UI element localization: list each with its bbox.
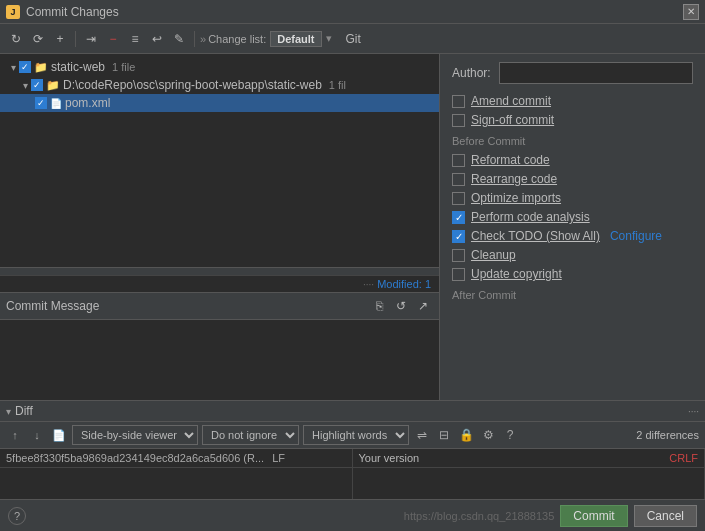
label-cleanup: Cleanup [471, 248, 516, 262]
diff-viewer-select[interactable]: Side-by-side viewer [72, 425, 198, 445]
label-amend-commit: Amend commit [471, 94, 551, 108]
commit-msg-btn-1[interactable]: ⎘ [369, 296, 389, 316]
configure-link[interactable]: Configure [610, 229, 662, 243]
commit-message-label: Commit Message [6, 299, 99, 313]
option-reformat-code[interactable]: Reformat code [452, 153, 693, 167]
commit-msg-btn-3[interactable]: ↗ [413, 296, 433, 316]
diff-highlight-select[interactable]: Highlight words [303, 425, 409, 445]
diff-lf-label: LF [272, 452, 285, 464]
commit-message-header: Commit Message ⎘ ↺ ↗ [0, 292, 439, 320]
author-input[interactable] [499, 62, 693, 84]
toolbar-btn-add[interactable]: + [50, 29, 70, 49]
diff-file-btn[interactable]: 📄 [50, 426, 68, 444]
commit-message-actions: ⎘ ↺ ↗ [369, 296, 433, 316]
commit-button[interactable]: Commit [560, 505, 627, 527]
bottom-left: ? [8, 507, 26, 525]
changelist-value[interactable]: Default [270, 31, 321, 47]
close-button[interactable]: ✕ [683, 4, 699, 20]
toolbar: ↻ ⟳ + ⇥ − ≡ ↩ ✎ » Change list: Default ▾… [0, 24, 705, 54]
main-container: ↻ ⟳ + ⇥ − ≡ ↩ ✎ » Change list: Default ▾… [0, 24, 705, 531]
file-tree: ▾ ✓ 📁 static-web 1 file ▾ ✓ 📁 D:\codeRep… [0, 54, 439, 267]
toolbar-btn-remove[interactable]: − [103, 29, 123, 49]
commit-message-textarea[interactable] [0, 320, 439, 400]
tree-item-static-web[interactable]: ▾ ✓ 📁 static-web 1 file [0, 58, 439, 76]
checkbox-optimize-imports[interactable] [452, 192, 465, 205]
checkbox-reformat-code[interactable] [452, 154, 465, 167]
checkbox-update-copyright[interactable] [452, 268, 465, 281]
file-icon-pom: 📄 [50, 98, 62, 109]
expand-arrow-2: ▾ [23, 80, 28, 91]
toolbar-btn-2[interactable]: ⟳ [28, 29, 48, 49]
toolbar-btn-edit[interactable]: ✎ [169, 29, 189, 49]
bottom-bar: ? https://blog.csdn.qq_21888135 Commit C… [0, 499, 705, 531]
diff-file-hash: 5fbee8f330f5ba9869ad234149ec8d2a6ca5d606… [6, 452, 264, 464]
toolbar-btn-diff[interactable]: ≡ [125, 29, 145, 49]
diff-prev-btn[interactable]: ↑ [6, 426, 24, 444]
option-rearrange-code[interactable]: Rearrange code [452, 172, 693, 186]
changelist-dropdown-arrow[interactable]: ▾ [326, 32, 332, 45]
commit-msg-btn-2[interactable]: ↺ [391, 296, 411, 316]
diff-help-btn[interactable]: ? [501, 426, 519, 444]
toolbar-btn-move[interactable]: ⇥ [81, 29, 101, 49]
tree-item-pom[interactable]: ✓ 📄 pom.xml [0, 94, 439, 112]
modified-count: Modified: 1 [377, 278, 431, 290]
label-reformat-code: Reformat code [471, 153, 550, 167]
diff-right-file-info: Your version CRLF [353, 449, 705, 468]
folder-icon-2: 📁 [46, 79, 60, 92]
checkbox-rearrange-code[interactable] [452, 173, 465, 186]
option-perform-code-analysis[interactable]: ✓ Perform code analysis [452, 210, 693, 224]
right-panel: Author: Amend commit Sign-off commit Bef… [440, 54, 705, 400]
help-button[interactable]: ? [8, 507, 26, 525]
changelist-selector: Change list: Default ▾ [208, 31, 331, 47]
label-optimize-imports: Optimize imports [471, 191, 561, 205]
toolbar-more: » [200, 33, 206, 45]
checkbox-check-todo[interactable]: ✓ [452, 230, 465, 243]
checkbox-pom[interactable]: ✓ [35, 97, 47, 109]
window-title: Commit Changes [26, 5, 119, 19]
label-rearrange-code: Rearrange code [471, 172, 557, 186]
checkbox-amend-commit[interactable] [452, 95, 465, 108]
diff-crlf-label: CRLF [669, 452, 698, 464]
diff-sync-btn[interactable]: ⇌ [413, 426, 431, 444]
diff-count: 2 differences [636, 429, 699, 441]
diff-title-text: Diff [15, 404, 33, 418]
option-amend-commit[interactable]: Amend commit [452, 94, 693, 108]
tree-label-path: D:\codeRepo\osc\spring-boot-webapp\stati… [63, 78, 322, 92]
tree-label-static-web: static-web [51, 60, 105, 74]
toolbar-btn-1[interactable]: ↻ [6, 29, 26, 49]
cancel-button[interactable]: Cancel [634, 505, 697, 527]
diff-version-label: Your version [359, 452, 420, 464]
checkbox-path[interactable]: ✓ [31, 79, 43, 91]
checkbox-perform-code-analysis[interactable]: ✓ [452, 211, 465, 224]
git-tab[interactable]: Git [342, 30, 365, 48]
diff-settings-btn[interactable]: ⚙ [479, 426, 497, 444]
option-update-copyright[interactable]: Update copyright [452, 267, 693, 281]
expand-arrow-1: ▾ [11, 62, 16, 73]
separator-1 [75, 31, 76, 47]
checkbox-sign-off-commit[interactable] [452, 114, 465, 127]
diff-header: ▾ Diff ···· [0, 401, 705, 422]
app-icon: J [6, 5, 20, 19]
tree-label-pom: pom.xml [65, 96, 110, 110]
label-perform-code-analysis: Perform code analysis [471, 210, 590, 224]
diff-next-btn[interactable]: ↓ [28, 426, 46, 444]
toolbar-btn-undo[interactable]: ↩ [147, 29, 167, 49]
option-cleanup[interactable]: Cleanup [452, 248, 693, 262]
option-optimize-imports[interactable]: Optimize imports [452, 191, 693, 205]
diff-expand-arrow[interactable]: ▾ [6, 406, 11, 417]
diff-lock-btn[interactable]: 🔒 [457, 426, 475, 444]
tree-item-path[interactable]: ▾ ✓ 📁 D:\codeRepo\osc\spring-boot-webapp… [0, 76, 439, 94]
before-commit-section: Before Commit [452, 135, 693, 147]
checkbox-cleanup[interactable] [452, 249, 465, 262]
option-sign-off-commit[interactable]: Sign-off commit [452, 113, 693, 127]
option-check-todo[interactable]: ✓ Check TODO (Show All) Configure [452, 229, 693, 243]
diff-expand-dots: ···· [688, 406, 699, 417]
author-label: Author: [452, 66, 491, 80]
horizontal-scrollbar[interactable] [0, 267, 439, 275]
diff-ignore-select[interactable]: Do not ignore [202, 425, 299, 445]
diff-panel-btn[interactable]: ⊟ [435, 426, 453, 444]
diff-left-file-info: 5fbee8f330f5ba9869ad234149ec8d2a6ca5d606… [0, 449, 352, 468]
checkbox-static-web[interactable]: ✓ [19, 61, 31, 73]
tree-badge-1: 1 file [112, 61, 135, 73]
diff-toolbar: ↑ ↓ 📄 Side-by-side viewer Do not ignore … [0, 422, 705, 449]
